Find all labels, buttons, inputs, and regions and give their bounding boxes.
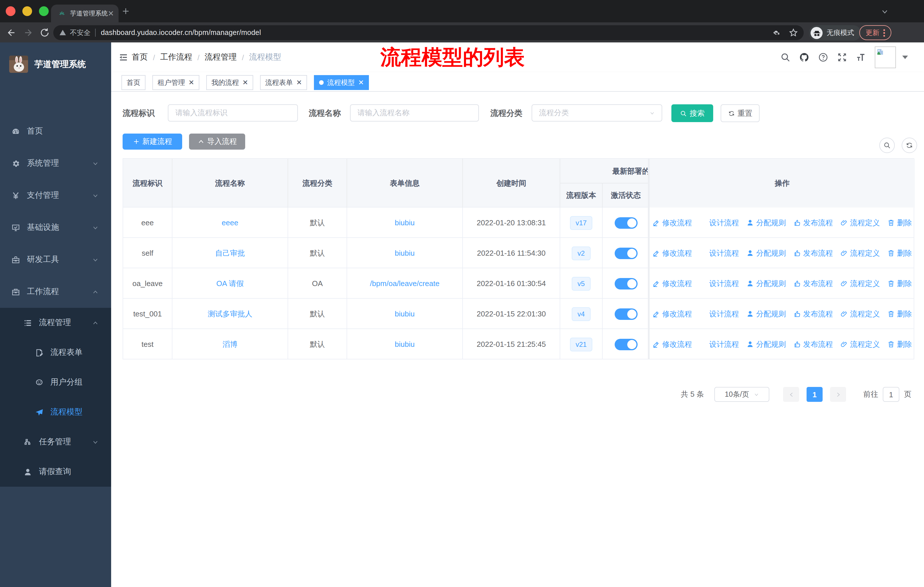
action-设计流程[interactable]: 设计流程: [700, 309, 739, 319]
tab-流程模型[interactable]: 流程模型✕: [314, 75, 369, 90]
breadcrumb-item[interactable]: 首页: [132, 52, 148, 63]
tab-close-icon[interactable]: ✕: [242, 79, 248, 86]
new-tab-button[interactable]: [121, 7, 130, 15]
avatar[interactable]: [875, 46, 896, 68]
action-流程定义[interactable]: 流程定义: [840, 248, 880, 258]
forward-icon[interactable]: [23, 27, 33, 38]
browser-update-button[interactable]: 更新: [859, 25, 891, 40]
help-icon[interactable]: [818, 52, 828, 63]
action-设计流程[interactable]: 设计流程: [700, 339, 739, 349]
cell[interactable]: /bpm/oa/leave/create: [347, 268, 463, 299]
create-process-button[interactable]: 新建流程: [122, 134, 182, 150]
cell[interactable]: 自己审批: [172, 238, 288, 268]
action-修改流程[interactable]: 修改流程: [652, 278, 692, 289]
sidebar-item-首页[interactable]: 首页: [0, 115, 111, 147]
sidebar-item-支付管理[interactable]: 支付管理: [0, 179, 111, 212]
tab-流程表单[interactable]: 流程表单✕: [260, 75, 307, 90]
tab-search-chevron-icon[interactable]: [881, 8, 888, 15]
action-分配规则[interactable]: 分配规则: [746, 278, 786, 289]
action-删除[interactable]: 删除: [887, 278, 912, 289]
action-设计流程[interactable]: 设计流程: [700, 218, 739, 228]
tab-首页[interactable]: 首页: [121, 75, 145, 90]
action-流程定义[interactable]: 流程定义: [840, 309, 880, 319]
action-设计流程[interactable]: 设计流程: [700, 278, 739, 289]
action-删除[interactable]: 删除: [887, 309, 912, 319]
action-发布流程[interactable]: 发布流程: [794, 248, 833, 258]
action-流程定义[interactable]: 流程定义: [840, 339, 880, 349]
sidebar-item-请假查询[interactable]: 请假查询: [0, 457, 111, 487]
action-分配规则[interactable]: 分配规则: [746, 309, 786, 319]
tab-close-icon[interactable]: ✕: [108, 10, 114, 17]
tab-租户管理[interactable]: 租户管理✕: [152, 75, 200, 90]
breadcrumb-item[interactable]: 工作流程: [160, 52, 192, 63]
action-发布流程[interactable]: 发布流程: [794, 339, 833, 349]
active-toggle[interactable]: [614, 217, 637, 228]
action-分配规则[interactable]: 分配规则: [746, 339, 786, 349]
cell[interactable]: biubiu: [347, 329, 463, 359]
browser-tab[interactable]: 芋道管理系统 ✕: [51, 5, 119, 22]
browser-menu-icon[interactable]: [883, 29, 885, 36]
avatar-caret-icon[interactable]: [902, 56, 908, 59]
tab-close-icon[interactable]: ✕: [358, 79, 364, 86]
back-icon[interactable]: [6, 27, 16, 38]
action-修改流程[interactable]: 修改流程: [652, 218, 692, 228]
search-icon[interactable]: [780, 52, 790, 63]
sidebar-item-流程表单[interactable]: 流程表单: [0, 337, 111, 367]
action-分配规则[interactable]: 分配规则: [746, 218, 786, 228]
action-发布流程[interactable]: 发布流程: [794, 218, 833, 228]
address-bar[interactable]: 不安全 dashboard.yudao.iocoder.cn/bpm/manag…: [53, 25, 804, 40]
action-修改流程[interactable]: 修改流程: [652, 309, 692, 319]
sidebar-logo[interactable]: 芋道管理系统: [0, 42, 111, 73]
action-修改流程[interactable]: 修改流程: [652, 339, 692, 349]
active-toggle[interactable]: [614, 278, 637, 289]
action-删除[interactable]: 删除: [887, 248, 912, 258]
sidebar-item-流程模型[interactable]: 流程模型: [0, 397, 111, 427]
sidebar-item-系统管理[interactable]: 系统管理: [0, 147, 111, 179]
tab-close-icon[interactable]: ✕: [296, 79, 302, 86]
page-size-select[interactable]: 10条/页: [714, 387, 769, 402]
zoom-window-button[interactable]: [39, 6, 49, 16]
minimize-window-button[interactable]: [22, 6, 32, 16]
next-page-button[interactable]: [830, 387, 846, 402]
cell[interactable]: eeee: [172, 208, 288, 238]
action-流程定义[interactable]: 流程定义: [840, 218, 880, 228]
bookmark-star-icon[interactable]: [789, 28, 798, 37]
filter-id-input[interactable]: 请输入流程标识: [168, 104, 298, 122]
sidebar-item-流程管理[interactable]: 流程管理: [0, 308, 111, 337]
cell[interactable]: biubiu: [347, 299, 463, 329]
import-process-button[interactable]: 导入流程: [189, 134, 245, 150]
close-window-button[interactable]: [6, 6, 15, 16]
current-page-button[interactable]: 1: [807, 387, 823, 402]
cell[interactable]: OA 请假: [172, 268, 288, 299]
active-toggle[interactable]: [614, 308, 637, 319]
active-toggle[interactable]: [614, 339, 637, 350]
font-size-icon[interactable]: [856, 52, 866, 63]
action-设计流程[interactable]: 设计流程: [700, 248, 739, 258]
action-删除[interactable]: 删除: [887, 339, 912, 349]
sidebar-item-研发工具[interactable]: 研发工具: [0, 244, 111, 276]
action-发布流程[interactable]: 发布流程: [794, 309, 833, 319]
action-发布流程[interactable]: 发布流程: [794, 278, 833, 289]
cell[interactable]: 滔博: [172, 329, 288, 359]
reset-button[interactable]: 重置: [721, 104, 760, 122]
cell[interactable]: biubiu: [347, 238, 463, 268]
url-text[interactable]: dashboard.yudao.iocoder.cn/bpm/manager/m…: [101, 29, 261, 37]
action-流程定义[interactable]: 流程定义: [840, 278, 880, 289]
action-分配规则[interactable]: 分配规则: [746, 248, 786, 258]
security-warning-icon[interactable]: [59, 29, 66, 36]
table-search-button[interactable]: [879, 137, 895, 153]
action-删除[interactable]: 删除: [887, 218, 912, 228]
breadcrumb-item[interactable]: 流程管理: [205, 52, 237, 63]
filter-category-select[interactable]: 流程分类: [531, 104, 662, 122]
sidebar-item-基础设施[interactable]: 基础设施: [0, 212, 111, 244]
sidebar-collapse-icon[interactable]: [118, 52, 129, 63]
fullscreen-icon[interactable]: [837, 52, 847, 63]
prev-page-button[interactable]: [783, 387, 799, 402]
goto-page-input[interactable]: 1: [883, 387, 899, 402]
table-refresh-button[interactable]: [902, 137, 917, 153]
active-toggle[interactable]: [614, 247, 637, 259]
tab-我的流程[interactable]: 我的流程✕: [206, 75, 253, 90]
sidebar-item-工作流程[interactable]: 工作流程: [0, 276, 111, 308]
tab-close-icon[interactable]: ✕: [188, 79, 194, 86]
filter-name-input[interactable]: 请输入流程名称: [350, 104, 479, 122]
